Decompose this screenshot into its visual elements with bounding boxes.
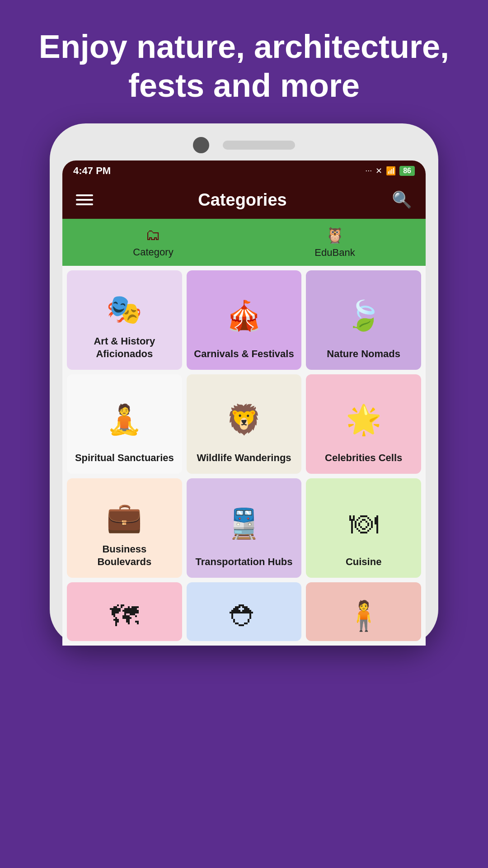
category-card-person[interactable]: 🧍 bbox=[306, 582, 421, 641]
nature-icon: 🍃 bbox=[346, 284, 382, 348]
celebrities-icon: 🌟 bbox=[346, 388, 382, 452]
nature-label: Nature Nomads bbox=[327, 348, 400, 361]
signal-dots: ··· bbox=[365, 166, 372, 175]
hamburger-button[interactable] bbox=[76, 194, 93, 205]
category-card-transport[interactable]: 🚆 Transportation Hubs bbox=[187, 478, 302, 578]
partial-row: 🗺 ⛑ 🧍 bbox=[62, 582, 426, 646]
category-card-art-history[interactable]: 🎭 Art & History Aficionados bbox=[67, 270, 182, 370]
art-history-icon: 🎭 bbox=[106, 284, 142, 335]
category-card-carnivals[interactable]: 🎪 Carnivals & Festivals bbox=[187, 270, 302, 370]
category-card-wildlife[interactable]: 🦁 Wildlife Wanderings bbox=[187, 374, 302, 474]
category-card-route[interactable]: 🗺 bbox=[67, 582, 182, 641]
spiritual-icon: 🧘 bbox=[106, 388, 142, 452]
sim-icon: ✕ bbox=[375, 166, 382, 176]
transport-label: Transportation Hubs bbox=[195, 556, 292, 569]
celebrities-label: Celebrities Cells bbox=[325, 452, 402, 465]
category-tab-icon: 🗂 bbox=[145, 226, 161, 244]
person-icon: 🧍 bbox=[346, 596, 382, 637]
tabs-bar: 🗂 Category 🦉 EduBank bbox=[62, 219, 426, 266]
category-card-celebrities[interactable]: 🌟 Celebrities Cells bbox=[306, 374, 421, 474]
carnivals-icon: 🎪 bbox=[226, 284, 262, 348]
status-icons: ··· ✕ 📶 86 bbox=[365, 166, 415, 176]
route-icon: 🗺 bbox=[110, 596, 139, 637]
cuisine-label: Cuisine bbox=[346, 556, 381, 569]
toolbar-title: Categories bbox=[198, 190, 286, 210]
wifi-icon: 📶 bbox=[386, 166, 396, 176]
wildlife-label: Wildlife Wanderings bbox=[197, 452, 291, 465]
edubank-tab-icon: 🦉 bbox=[325, 226, 344, 244]
tab-category[interactable]: 🗂 Category bbox=[62, 219, 244, 266]
speaker bbox=[223, 141, 295, 150]
category-card-helmet[interactable]: ⛑ bbox=[187, 582, 302, 641]
spiritual-label: Spiritual Sanctuaries bbox=[75, 452, 174, 465]
cuisine-icon: 🍽 bbox=[349, 492, 378, 556]
category-card-spiritual[interactable]: 🧘 Spiritual Sanctuaries bbox=[67, 374, 182, 474]
wildlife-icon: 🦁 bbox=[226, 388, 262, 452]
tab-edubank-label: EduBank bbox=[314, 247, 355, 259]
hero-heading: Enjoy nature, architecture, fests and mo… bbox=[0, 27, 488, 105]
tab-edubank[interactable]: 🦉 EduBank bbox=[244, 219, 426, 266]
phone-screen: 4:47 PM ··· ✕ 📶 86 Categories 🔍 🗂 Catego… bbox=[62, 160, 426, 646]
categories-grid: 🎭 Art & History Aficionados 🎪 Carnivals … bbox=[62, 266, 426, 582]
transport-icon: 🚆 bbox=[226, 492, 262, 556]
helmet-icon: ⛑ bbox=[230, 596, 258, 637]
battery-indicator: 86 bbox=[399, 166, 415, 176]
status-bar: 4:47 PM ··· ✕ 📶 86 bbox=[62, 160, 426, 181]
app-toolbar: Categories 🔍 bbox=[62, 181, 426, 219]
category-card-nature[interactable]: 🍃 Nature Nomads bbox=[306, 270, 421, 370]
category-card-cuisine[interactable]: 🍽 Cuisine bbox=[306, 478, 421, 578]
tab-category-label: Category bbox=[133, 246, 173, 258]
search-icon[interactable]: 🔍 bbox=[392, 190, 412, 209]
carnivals-label: Carnivals & Festivals bbox=[194, 348, 294, 361]
camera bbox=[193, 137, 209, 153]
category-card-business[interactable]: 💼 Business Boulevards bbox=[67, 478, 182, 578]
phone-top-bar bbox=[62, 137, 426, 153]
phone-frame: 4:47 PM ··· ✕ 📶 86 Categories 🔍 🗂 Catego… bbox=[50, 123, 438, 646]
business-icon: 💼 bbox=[106, 492, 142, 543]
business-label: Business Boulevards bbox=[74, 543, 175, 569]
art-history-label: Art & History Aficionados bbox=[74, 335, 175, 361]
status-time: 4:47 PM bbox=[73, 165, 111, 177]
